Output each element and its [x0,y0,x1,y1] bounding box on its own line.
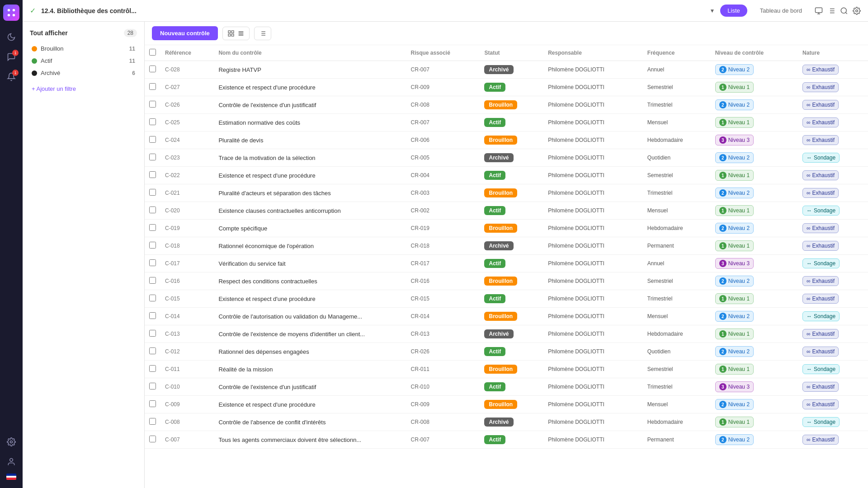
row-checkbox[interactable] [149,136,156,143]
table-row[interactable]: C-013 Contrôle de l'existence de moyens … [145,325,868,343]
table-row[interactable]: C-025 Estimation normative des coûts CR-… [145,114,868,131]
sidebar-item-bell[interactable]: 1 [3,69,19,85]
row-checkbox[interactable] [149,206,156,213]
row-name[interactable]: Contrôle de l'existence de moyens d'iden… [214,325,406,343]
table-row[interactable]: C-010 Contrôle de l'existence d'un justi… [145,378,868,396]
row-name[interactable]: Registre HATVP [214,61,406,79]
tab-liste[interactable]: Liste [720,5,747,17]
table-row[interactable]: C-008 Contrôle de l'absence de conflit d… [145,413,868,431]
level-badge: 3 Niveau 3 [715,381,754,392]
sort-button[interactable] [254,27,271,40]
row-checkbox[interactable] [149,83,156,90]
row-name[interactable]: Rationnel économique de l'opération [214,237,406,255]
search-icon[interactable] [840,7,848,15]
new-control-button[interactable]: Nouveau contrôle [152,26,218,40]
row-checkbox[interactable] [149,312,156,319]
row-name[interactable]: Trace de la motivation de la sélection [214,149,406,167]
row-checkbox[interactable] [149,365,156,372]
table-row[interactable]: C-028 Registre HATVP CR-007 Archivé Phil… [145,61,868,79]
row-responsable: Philomène DOGLIOTTI [543,184,643,202]
table-row[interactable]: C-012 Rationnel des dépenses engagées CR… [145,343,868,361]
filter-actif[interactable]: Actif 11 [30,55,137,67]
table-row[interactable]: C-018 Rationnel économique de l'opératio… [145,237,868,255]
row-checkbox[interactable] [149,154,156,160]
row-checkbox[interactable] [149,101,156,108]
row-checkbox[interactable] [149,436,156,442]
sidebar-item-moon[interactable] [3,29,19,45]
row-name[interactable]: Réalité de la mission [214,361,406,378]
row-name[interactable]: Existence et respect d'une procédure [214,290,406,308]
row-name[interactable]: Compte spécifique [214,220,406,237]
tab-tableau-de-bord[interactable]: Tableau de bord [753,5,809,17]
row-name[interactable]: Contrôle de l'absence de conflit d'intér… [214,413,406,431]
row-name[interactable]: Vérification du service fait [214,255,406,272]
row-name[interactable]: Contrôle de l'autorisation ou validation… [214,308,406,325]
view-toggle-button[interactable] [222,27,250,40]
row-checkbox[interactable] [149,189,156,196]
row-name[interactable]: Estimation normative des coûts [214,114,406,131]
row-risk: CR-013 [406,325,480,343]
list-icon[interactable] [827,7,835,15]
row-checkbox[interactable] [149,242,156,249]
table-row[interactable]: C-007 Tous les agents commerciaux doiven… [145,431,868,449]
row-name[interactable]: Tous les agents commerciaux doivent être… [214,431,406,449]
table-row[interactable]: C-024 Pluralité de devis CR-006 Brouillo… [145,131,868,149]
table-row[interactable]: C-020 Existence clauses contractuelles a… [145,202,868,220]
row-nature: ∞ Exhaustif [798,61,868,79]
row-status: Brouillon [480,308,543,325]
row-responsable: Philomène DOGLIOTTI [543,378,643,396]
table-row[interactable]: C-017 Vérification du service fait CR-01… [145,255,868,272]
row-name[interactable]: Rationnel des dépenses engagées [214,343,406,361]
row-checkbox[interactable] [149,383,156,389]
row-name[interactable]: Existence et respect d'une procédure [214,79,406,96]
row-checkbox[interactable] [149,277,156,284]
row-checkbox[interactable] [149,347,156,354]
row-nature: ↔ Sondage [798,413,868,431]
table-row[interactable]: C-014 Contrôle de l'autorisation ou vali… [145,308,868,325]
table-row[interactable]: C-009 Existence et respect d'une procédu… [145,396,868,413]
monitor-icon[interactable] [815,7,823,15]
app-logo[interactable] [3,5,19,21]
row-checkbox[interactable] [149,224,156,231]
row-checkbox[interactable] [149,295,156,301]
row-name[interactable]: Pluralité d'acteurs et séparation des tâ… [214,184,406,202]
filter-archive[interactable]: Archivé 6 [30,67,137,79]
row-checkbox[interactable] [149,66,156,72]
row-status: Actif [480,202,543,220]
filter-brouillon[interactable]: Brouillon 11 [30,42,137,55]
table-row[interactable]: C-026 Contrôle de l'existence d'un justi… [145,96,868,114]
sidebar-item-settings[interactable] [3,434,19,450]
table-row[interactable]: C-027 Existence et respect d'une procédu… [145,79,868,96]
sidebar-item-user[interactable] [3,454,19,470]
row-checkbox[interactable] [149,259,156,266]
table-row[interactable]: C-021 Pluralité d'acteurs et séparation … [145,184,868,202]
table-row[interactable]: C-022 Existence et respect d'une procédu… [145,167,868,184]
table-row[interactable]: C-016 Respect des conditions contractuel… [145,272,868,290]
row-name[interactable]: Existence et respect d'une procédure [214,396,406,413]
row-name[interactable]: Pluralité de devis [214,131,406,149]
row-checkbox[interactable] [149,400,156,407]
row-name[interactable]: Respect des conditions contractuelles [214,272,406,290]
row-checkbox[interactable] [149,418,156,425]
add-filter-btn[interactable]: + Ajouter un filtre [30,84,137,94]
brouillon-dot [32,46,37,52]
row-checkbox[interactable] [149,330,156,337]
table-row[interactable]: C-015 Existence et respect d'une procédu… [145,290,868,308]
title-dropdown[interactable]: ▼ [709,8,715,14]
table-row[interactable]: C-019 Compte spécifique CR-019 Brouillon… [145,220,868,237]
table-row[interactable]: C-023 Trace de la motivation de la sélec… [145,149,868,167]
gear-icon[interactable] [853,7,861,15]
row-name[interactable]: Existence clauses contractuelles anticor… [214,202,406,220]
select-all-checkbox[interactable] [149,49,156,56]
row-checkbox[interactable] [149,171,156,178]
row-nature: ∞ Exhaustif [798,220,868,237]
row-checkbox[interactable] [149,118,156,125]
language-flag[interactable] [6,474,16,480]
table-row[interactable]: C-011 Réalité de la mission CR-011 Broui… [145,361,868,378]
row-name[interactable]: Contrôle de l'existence d'un justificati… [214,96,406,114]
row-name[interactable]: Contrôle de l'existence d'un justificati… [214,378,406,396]
filter-all-label[interactable]: Tout afficher [30,29,68,37]
sidebar-item-chat[interactable]: 1 [3,49,19,65]
row-name[interactable]: Existence et respect d'une procédure [214,167,406,184]
status-badge: Actif [484,259,505,268]
